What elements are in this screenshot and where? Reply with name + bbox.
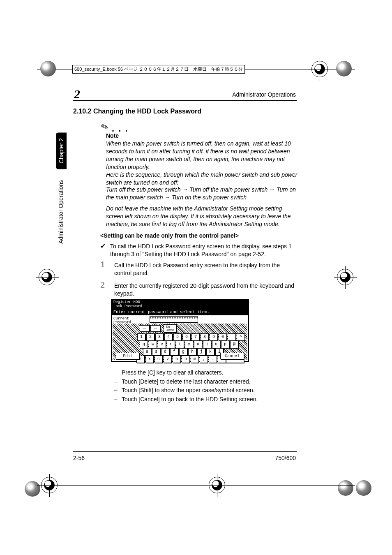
footer-model: 750/600	[275, 455, 296, 461]
ss-key[interactable]: j	[197, 348, 205, 356]
registration-mark	[39, 269, 55, 285]
step-number-1: 1	[100, 259, 105, 270]
ss-cancel[interactable]: Cancel	[220, 353, 244, 359]
ss-arrow-right[interactable]: →	[150, 325, 160, 332]
ss-key[interactable]: y	[185, 341, 193, 348]
ss-key[interactable]: 9	[210, 333, 218, 341]
ss-arrow-left[interactable]: ←	[140, 325, 150, 332]
registration-mark	[337, 269, 353, 285]
ss-key[interactable]: m	[191, 356, 199, 363]
ss-key[interactable]: t	[176, 341, 184, 348]
ss-key[interactable]: 6	[182, 333, 191, 341]
ss-key[interactable]: 2	[146, 333, 154, 341]
note-icon: ✎	[99, 121, 110, 134]
step-2-text: Enter the currently registered 20-digit …	[114, 282, 297, 298]
note-para-2: Here is the sequence, through which the …	[106, 171, 297, 187]
ss-row-zxcv: zxcvbnm,./	[136, 356, 226, 363]
note-para-4: Do not leave the machine with the Admini…	[106, 205, 297, 228]
setting-heading: <Setting can be made only from the contr…	[100, 232, 297, 240]
ss-key[interactable]: -	[228, 333, 236, 341]
ss-password-field[interactable]: ********************	[150, 316, 198, 323]
decorative-ball	[25, 481, 40, 497]
ss-key[interactable]: w	[149, 341, 157, 348]
ss-key[interactable]: c	[154, 356, 163, 363]
ss-key[interactable]: 7	[191, 333, 200, 341]
ss-key[interactable]: v	[164, 356, 172, 363]
decorative-ball	[338, 480, 353, 496]
ss-key[interactable]: q	[140, 341, 148, 348]
chapter-number: 2	[74, 87, 80, 101]
ss-key[interactable]: a	[143, 348, 151, 356]
ss-edit[interactable]: Edit	[116, 353, 140, 359]
ss-delete[interactable]: De- lete	[164, 324, 177, 333]
instruction-bullets: –Press the [C] key to clear all characte…	[114, 368, 297, 404]
check-icon: ✔	[100, 242, 106, 250]
ss-key[interactable]: n	[182, 356, 190, 363]
ss-key[interactable]: k	[206, 348, 214, 356]
ss-key[interactable]: 5	[173, 333, 182, 341]
ss-key[interactable]: e	[158, 341, 166, 348]
ss-key[interactable]: 8	[201, 333, 209, 341]
note-para-1: When the main power switch is turned off…	[106, 140, 297, 171]
decorative-ball	[356, 480, 371, 496]
decorative-ball	[40, 61, 56, 76]
ss-row-asdf: asdfghjkl	[143, 348, 224, 356]
check-text: To call the HDD Lock Password entry scre…	[110, 243, 297, 258]
ss-row-numbers: 1234567890-^	[137, 333, 245, 341]
ss-key[interactable]: h	[188, 348, 196, 356]
ss-key[interactable]: 4	[164, 333, 173, 341]
footer-page: 2-56	[73, 455, 85, 461]
registration-mark	[311, 61, 328, 77]
ss-key[interactable]: ^	[237, 333, 245, 341]
ss-key[interactable]: d	[161, 348, 169, 356]
ss-key[interactable]: f	[170, 348, 178, 356]
ss-key[interactable]: 3	[155, 333, 164, 341]
ss-key[interactable]: ,	[200, 356, 208, 363]
side-section-label: Administrator Operations	[58, 180, 64, 244]
ss-title: Register HDDLock Password	[112, 300, 248, 309]
meta-filename: 600_security_E.book 56 ページ ２００６年１２月２７日 水…	[72, 65, 245, 74]
decorative-ball	[336, 61, 352, 76]
ss-key[interactable]: s	[152, 348, 160, 356]
ss-key[interactable]: @	[230, 341, 238, 348]
note-para-3: Turn off the sub power switch → Turn off…	[106, 186, 297, 201]
ss-key[interactable]: p	[221, 341, 229, 348]
hdd-password-screenshot: Register HDDLock Password Enter current …	[111, 299, 249, 362]
ss-key[interactable]: x	[145, 356, 154, 363]
ss-instruction: Enter current password and select item.	[112, 309, 248, 315]
ss-key[interactable]: .	[209, 356, 217, 363]
ss-row-qwerty: qwertyuiop@	[140, 341, 238, 348]
header-section: Administrator Operations	[232, 91, 296, 98]
ss-key[interactable]: r	[167, 341, 175, 348]
ss-key[interactable]: o	[212, 341, 220, 348]
ss-key[interactable]: i	[203, 341, 211, 348]
ss-key[interactable]: g	[179, 348, 187, 356]
note-heading: Note	[106, 132, 119, 139]
ss-key[interactable]: 1	[137, 333, 145, 341]
step-1-text: Call the HDD Lock Password entry screen …	[114, 261, 297, 277]
ss-key[interactable]: u	[194, 341, 202, 348]
chapter-tab: Chapter 2	[56, 132, 67, 169]
ss-key[interactable]: 0	[219, 333, 227, 341]
section-title: 2.10.2 Changing the HDD Lock Password	[73, 108, 201, 115]
step-number-2: 2	[100, 280, 105, 290]
ss-key[interactable]: b	[173, 356, 181, 363]
